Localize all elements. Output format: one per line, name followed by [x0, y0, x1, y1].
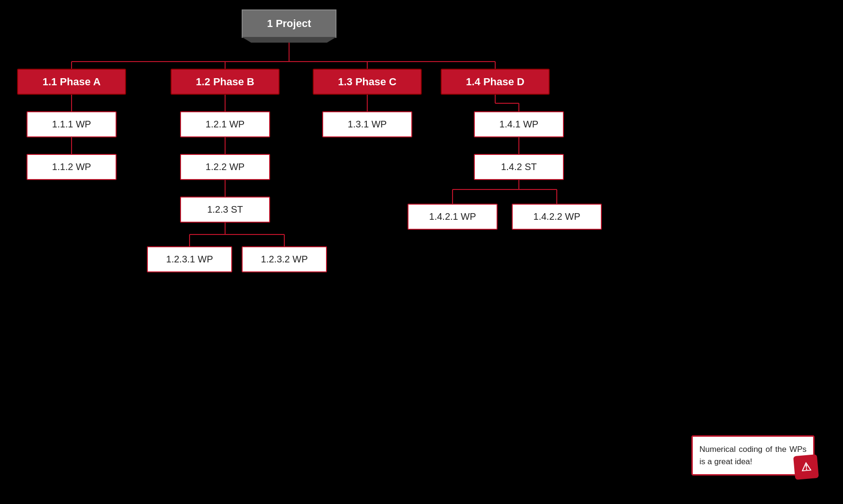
wp-1-1-2-node: 1.1.2 WP: [27, 154, 117, 180]
root-label: 1 Project: [267, 18, 311, 30]
phase-d-node: 1.4 Phase D: [441, 69, 550, 95]
wp-1-4-2-node: 1.4.2 ST: [474, 154, 564, 180]
wp-1-3-1-label: 1.3.1 WP: [348, 119, 387, 130]
phase-c-label: 1.3 Phase C: [338, 76, 397, 88]
phase-d-label: 1.4 Phase D: [466, 76, 525, 88]
wp-1-1-2-label: 1.1.2 WP: [52, 162, 91, 172]
wp-1-4-2-1-label: 1.4.2.1 WP: [429, 211, 476, 222]
warning-icon: ⚠: [793, 454, 819, 480]
wp-1-2-2-node: 1.2.2 WP: [180, 154, 270, 180]
phase-b-label: 1.2 Phase B: [196, 76, 254, 88]
wp-1-2-3-2-label: 1.2.3.2 WP: [261, 254, 308, 265]
wp-1-4-1-node: 1.4.1 WP: [474, 111, 564, 137]
wp-1-4-2-2-label: 1.4.2.2 WP: [534, 211, 580, 222]
wp-1-2-1-label: 1.2.1 WP: [206, 119, 245, 130]
phase-a-label: 1.1 Phase A: [43, 76, 101, 88]
root-node: 1 Project: [242, 9, 336, 38]
wp-1-2-3-1-node: 1.2.3.1 WP: [147, 246, 232, 272]
chart-container: 1 Project 1.1 Phase A 1.1.1 WP 1.1.2 WP …: [0, 0, 843, 504]
phase-b-node: 1.2 Phase B: [171, 69, 280, 95]
wp-1-3-1-node: 1.3.1 WP: [322, 111, 412, 137]
wp-1-4-2-2-node: 1.4.2.2 WP: [512, 204, 602, 230]
wp-1-2-3-2-node: 1.2.3.2 WP: [242, 246, 327, 272]
wp-1-4-2-label: 1.4.2 ST: [501, 162, 537, 172]
wp-1-4-1-label: 1.4.1 WP: [499, 119, 538, 130]
note-box: Numerical coding of the WPs is a great i…: [691, 435, 815, 476]
wp-1-2-3-node: 1.2.3 ST: [180, 197, 270, 223]
wp-1-1-1-label: 1.1.1 WP: [52, 119, 91, 130]
wp-1-2-2-label: 1.2.2 WP: [206, 162, 245, 172]
root-shadow: [242, 37, 336, 43]
wp-1-2-3-1-label: 1.2.3.1 WP: [166, 254, 213, 265]
wp-1-2-3-label: 1.2.3 ST: [207, 204, 243, 215]
phase-a-node: 1.1 Phase A: [17, 69, 126, 95]
wp-1-2-1-node: 1.2.1 WP: [180, 111, 270, 137]
phase-c-node: 1.3 Phase C: [313, 69, 422, 95]
note-text: Numerical coding of the WPs is a great i…: [699, 445, 807, 466]
wp-1-4-2-1-node: 1.4.2.1 WP: [408, 204, 498, 230]
wp-1-1-1-node: 1.1.1 WP: [27, 111, 117, 137]
